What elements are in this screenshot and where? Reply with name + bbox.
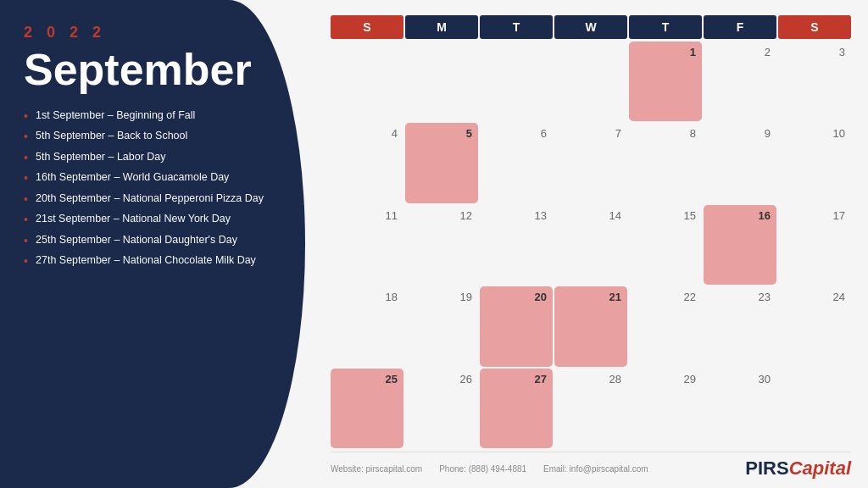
- day-number: 23: [759, 291, 771, 303]
- cal-cell-23: 23: [704, 286, 776, 366]
- event-item: 5th September – Back to School: [24, 129, 278, 144]
- day-number: 14: [609, 209, 621, 222]
- calendar-row-2: 11121314151617: [331, 205, 851, 285]
- cal-cell-14: 14: [554, 205, 627, 285]
- calendar-row-4: 252627282930: [331, 369, 851, 448]
- cal-cell-8: 8: [629, 123, 702, 202]
- day-number: 4: [392, 127, 398, 140]
- cal-cell-5: 5: [405, 123, 478, 202]
- cal-cell-26: 26: [405, 369, 478, 448]
- cal-cell-29: 29: [629, 369, 702, 448]
- cal-cell-25: 25: [331, 369, 403, 448]
- day-number: 13: [535, 209, 547, 222]
- cal-cell-17: 17: [778, 205, 851, 285]
- year-label: 2 0 2 2: [24, 24, 278, 42]
- header-cell-f5: F: [704, 15, 776, 39]
- event-item: 5th September – Labor Day: [24, 150, 278, 165]
- right-panel: SMTWTFS 12345678910111213141516171819202…: [305, 0, 868, 488]
- day-number: 19: [460, 291, 472, 303]
- cal-cell-7: 7: [554, 123, 627, 202]
- header-cell-w3: W: [554, 15, 627, 39]
- cal-cell-2: 2: [704, 42, 776, 121]
- footer: Website: pirscapital.com Phone: (888) 49…: [331, 452, 851, 480]
- day-number: 12: [460, 209, 472, 222]
- cal-cell-empty: [778, 369, 851, 448]
- event-item: 21st September – National New York Day: [24, 212, 278, 227]
- day-number: 5: [466, 127, 472, 140]
- footer-email: Email: info@pirscapital.com: [543, 464, 648, 474]
- header-cell-s0: S: [331, 15, 403, 39]
- day-number: 21: [609, 291, 621, 303]
- event-item: 1st September – Beginning of Fall: [24, 108, 278, 124]
- footer-website: Website: pirscapital.com: [331, 464, 422, 474]
- cal-cell-3: 3: [778, 42, 851, 121]
- cal-cell-20: 20: [480, 286, 553, 366]
- cal-cell-6: 6: [480, 123, 553, 202]
- day-number: 6: [541, 127, 547, 140]
- day-number: 15: [684, 209, 696, 222]
- day-number: 9: [765, 127, 771, 140]
- day-number: 11: [386, 209, 398, 222]
- left-panel: 2 0 2 2 September 1st September – Beginn…: [0, 0, 305, 488]
- calendar-header: SMTWTFS: [331, 15, 851, 39]
- day-number: 24: [833, 291, 845, 303]
- day-number: 20: [535, 291, 547, 303]
- cal-cell-19: 19: [405, 286, 478, 366]
- day-number: 30: [759, 373, 771, 385]
- calendar-row-3: 18192021222324: [331, 286, 851, 366]
- cal-cell-10: 10: [778, 123, 851, 202]
- brand-pirs: PIRS: [745, 458, 788, 480]
- cal-cell-12: 12: [405, 205, 478, 285]
- day-number: 2: [765, 46, 771, 58]
- header-cell-s6: S: [778, 15, 851, 39]
- cal-cell-30: 30: [704, 369, 776, 448]
- cal-cell-13: 13: [480, 205, 553, 285]
- calendar: SMTWTFS 12345678910111213141516171819202…: [331, 15, 851, 448]
- footer-phone: Phone: (888) 494-4881: [439, 464, 526, 474]
- header-cell-t2: T: [480, 15, 553, 39]
- day-number: 28: [609, 373, 621, 385]
- cal-cell-24: 24: [778, 286, 851, 366]
- day-number: 3: [839, 46, 845, 58]
- cal-cell-empty: [405, 42, 478, 121]
- cal-cell-18: 18: [331, 286, 403, 366]
- cal-cell-1: 1: [629, 42, 702, 121]
- day-number: 26: [460, 373, 472, 385]
- cal-cell-11: 11: [331, 205, 403, 285]
- cal-cell-9: 9: [704, 123, 776, 202]
- day-number: 17: [833, 209, 845, 222]
- cal-cell-15: 15: [629, 205, 702, 285]
- header-cell-t4: T: [629, 15, 702, 39]
- event-item: 16th September – World Guacamole Day: [24, 170, 278, 186]
- day-number: 10: [833, 127, 845, 140]
- day-number: 8: [690, 127, 696, 140]
- brand-logo: PIRSCapital: [745, 458, 851, 480]
- event-item: 25th September – National Daughter's Day: [24, 233, 278, 248]
- cal-cell-28: 28: [554, 369, 627, 448]
- calendar-row-0: 123: [331, 42, 851, 121]
- day-number: 18: [386, 291, 398, 303]
- month-label: September: [24, 47, 278, 93]
- cal-cell-16: 16: [704, 205, 776, 285]
- calendar-row-1: 45678910: [331, 123, 851, 202]
- cal-cell-empty: [480, 42, 553, 121]
- day-number: 16: [759, 209, 771, 222]
- cal-cell-empty: [554, 42, 627, 121]
- day-number: 27: [535, 373, 547, 385]
- cal-cell-4: 4: [331, 123, 403, 202]
- day-number: 7: [615, 127, 621, 140]
- brand-capital: Capital: [789, 458, 851, 480]
- events-list: 1st September – Beginning of Fall5th Sep…: [24, 108, 278, 274]
- footer-contact: Website: pirscapital.com Phone: (888) 49…: [331, 464, 648, 474]
- header-cell-m1: M: [405, 15, 478, 39]
- event-item: 20th September – National Pepperoni Pizz…: [24, 191, 278, 207]
- day-number: 25: [386, 373, 398, 385]
- cal-cell-22: 22: [629, 286, 702, 366]
- cal-cell-empty: [331, 42, 403, 121]
- event-item: 27th September – National Chocolate Milk…: [24, 253, 278, 269]
- day-number: 1: [690, 46, 696, 58]
- calendar-body: 1234567891011121314151617181920212223242…: [331, 42, 851, 448]
- day-number: 22: [684, 291, 696, 303]
- day-number: 29: [684, 373, 696, 385]
- cal-cell-21: 21: [554, 286, 627, 366]
